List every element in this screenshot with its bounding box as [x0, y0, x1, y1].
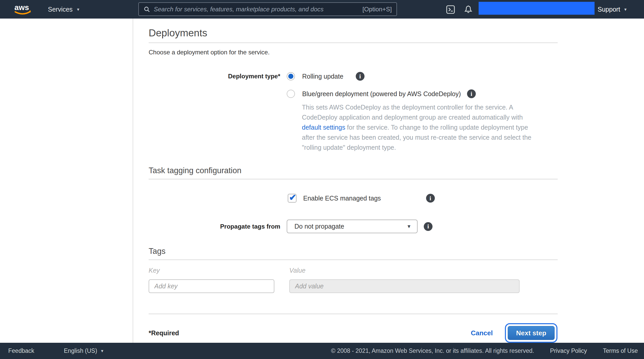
chevron-down-icon: ▼ — [624, 7, 628, 12]
top-navigation-bar: aws Services ▼ [Option+S] Support — [0, 0, 644, 19]
task-tagging-heading: Task tagging configuration — [149, 166, 558, 175]
default-settings-link[interactable]: default settings — [302, 124, 345, 131]
actions-divider — [149, 314, 558, 314]
blue-green-label: Blue/green deployment (powered by AWS Co… — [302, 90, 461, 98]
support-label: Support — [598, 6, 620, 13]
page-subtitle: Choose a deployment option for the servi… — [149, 49, 558, 56]
search-shortcut-hint: [Option+S] — [362, 6, 392, 13]
copyright-text: © 2008 - 2021, Amazon Web Services, Inc.… — [331, 347, 534, 354]
tags-heading: Tags — [149, 247, 558, 256]
actions-row: *Required Cancel Next step — [149, 326, 558, 340]
propagate-tags-label: Propagate tags from — [149, 223, 280, 230]
chevron-down-icon: ▼ — [76, 7, 80, 12]
feedback-link[interactable]: Feedback — [8, 347, 34, 354]
next-step-button[interactable]: Next step — [508, 326, 555, 340]
section-divider — [149, 179, 558, 179]
tag-value-input — [289, 279, 520, 293]
redacted-account-info — [479, 2, 595, 15]
tag-key-input[interactable] — [149, 279, 274, 293]
deployment-type-row: Deployment type* Rolling update — [149, 72, 558, 81]
main-content: Deployments Choose a deployment option f… — [133, 19, 644, 343]
propagate-tags-dropdown[interactable]: Do not propagate ▼ — [287, 220, 418, 233]
propagate-tags-selected-value: Do not propagate — [294, 223, 406, 230]
search-icon — [143, 6, 150, 13]
radio-blue-green[interactable] — [287, 90, 295, 98]
left-sidebar — [0, 19, 133, 343]
propagate-tags-row: Propagate tags from Do not propagate ▼ — [149, 220, 558, 233]
language-selector[interactable]: English (US) ▼ — [64, 347, 104, 354]
ecs-managed-tags-label: Enable ECS managed tags — [303, 195, 381, 202]
blue-green-description: This sets AWS CodeDeploy as the deployme… — [302, 102, 535, 153]
search-input[interactable] — [154, 6, 362, 13]
required-note: *Required — [149, 329, 179, 337]
notifications-bell-icon[interactable] — [463, 4, 474, 16]
description-text-pre: This sets AWS CodeDeploy as the deployme… — [302, 104, 523, 121]
info-icon[interactable] — [426, 194, 435, 203]
ecs-managed-tags-row: Enable ECS managed tags — [288, 194, 558, 203]
tag-key-label: Key — [149, 267, 274, 274]
chevron-down-icon: ▼ — [100, 349, 104, 353]
info-icon[interactable] — [356, 72, 365, 81]
cancel-button[interactable]: Cancel — [471, 329, 493, 337]
title-divider — [149, 43, 558, 43]
blue-green-row: Blue/green deployment (powered by AWS Co… — [149, 89, 558, 98]
svg-text:aws: aws — [14, 3, 29, 12]
info-icon[interactable] — [424, 222, 433, 231]
global-search[interactable]: [Option+S] — [138, 2, 397, 16]
support-menu[interactable]: Support ▼ — [598, 0, 627, 19]
services-label: Services — [48, 6, 73, 13]
dropdown-caret-icon: ▼ — [406, 224, 411, 229]
radio-rolling-update[interactable] — [287, 72, 295, 80]
terms-of-use-link[interactable]: Terms of Use — [603, 347, 638, 354]
tags-form: Key Value — [149, 267, 558, 293]
footer-bar: Feedback English (US) ▼ © 2008 - 2021, A… — [0, 343, 644, 359]
enable-ecs-managed-tags-checkbox[interactable] — [288, 194, 296, 203]
deployment-type-label: Deployment type* — [149, 73, 280, 80]
language-label: English (US) — [64, 347, 97, 354]
cloudshell-icon[interactable] — [445, 4, 456, 16]
aws-logo[interactable]: aws — [13, 3, 33, 17]
aws-logo-icon: aws — [13, 3, 33, 16]
section-divider — [149, 260, 558, 260]
info-icon[interactable] — [467, 89, 476, 98]
rolling-update-label: Rolling update — [302, 73, 343, 80]
tag-value-label: Value — [289, 267, 520, 274]
privacy-policy-link[interactable]: Privacy Policy — [550, 347, 587, 354]
page-title: Deployments — [149, 27, 558, 39]
services-menu[interactable]: Services ▼ — [48, 0, 80, 19]
